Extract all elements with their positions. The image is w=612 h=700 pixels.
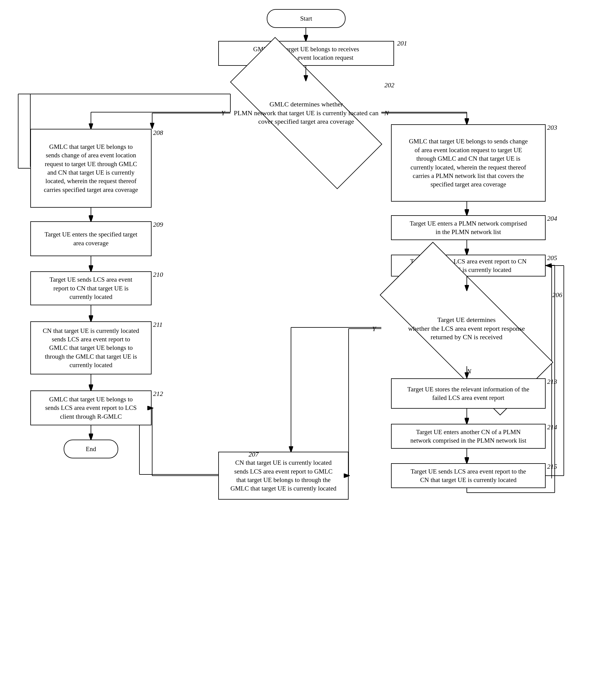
label-205: 205 xyxy=(547,254,557,262)
node-203-text: GMLC that target UE belongs to sends cha… xyxy=(405,135,531,191)
label-206: 206 xyxy=(552,291,562,299)
node-204-text: Target UE enters a PLMN network comprise… xyxy=(406,217,531,239)
node-204: Target UE enters a PLMN network comprise… xyxy=(391,215,546,240)
label-214: 214 xyxy=(547,423,557,431)
node-211-text: CN that target UE is currently locatedse… xyxy=(39,324,143,372)
label-210: 210 xyxy=(153,271,163,279)
label-213: 213 xyxy=(547,378,557,386)
node-209-text: Target UE enters the specified targetare… xyxy=(41,228,141,250)
label-201: 201 xyxy=(397,39,407,47)
flowchart-diagram: Start GMLC that target UE belongs to rec… xyxy=(0,0,612,700)
node-212-text: GMLC that target UE belongs tosends LCS … xyxy=(42,393,140,423)
node-207: CN that target UE is currently locatedse… xyxy=(218,452,349,499)
start-label: Start xyxy=(296,12,316,25)
label-211: 211 xyxy=(153,321,163,329)
node-212: GMLC that target UE belongs tosends LCS … xyxy=(30,390,152,425)
label-204: 204 xyxy=(547,215,557,222)
node-214-text: Target UE enters another CN of a PLMNnet… xyxy=(407,425,530,448)
node-215: Target UE sends LCS area event report to… xyxy=(391,463,546,488)
end-label: End xyxy=(82,442,100,456)
node-214: Target UE enters another CN of a PLMNnet… xyxy=(391,424,546,449)
node-201: GMLC that target UE belongs to receivesc… xyxy=(218,41,394,66)
node-213-text: Target UE stores the relevant informatio… xyxy=(404,383,533,405)
label-202: 202 xyxy=(384,81,394,89)
node-213: Target UE stores the relevant informatio… xyxy=(391,378,546,409)
node-215-text: Target UE sends LCS area event report to… xyxy=(407,465,530,487)
node-208: GMLC that target UE belongs tosends chan… xyxy=(30,129,152,208)
start-node: Start xyxy=(267,9,346,28)
label-207: 207 xyxy=(249,451,259,458)
end-node: End xyxy=(64,440,118,458)
label-215: 215 xyxy=(547,463,557,470)
label-209: 209 xyxy=(153,221,163,229)
label-202-n: N xyxy=(384,109,389,117)
node-206: Target UE determineswhether the LCS area… xyxy=(381,291,552,366)
node-202: GMLC determines whetherPLMN network that… xyxy=(231,81,382,145)
label-203: 203 xyxy=(547,124,557,132)
label-212: 212 xyxy=(153,390,163,398)
node-210-text: Target UE sends LCS area eventreport to … xyxy=(46,273,136,303)
node-210: Target UE sends LCS area eventreport to … xyxy=(30,271,152,305)
node-211: CN that target UE is currently locatedse… xyxy=(30,321,152,374)
node-208-text: GMLC that target UE belongs tosends chan… xyxy=(40,140,142,196)
node-209: Target UE enters the specified targetare… xyxy=(30,221,152,256)
node-207-text: CN that target UE is currently locatedse… xyxy=(227,456,340,495)
label-206-n: N xyxy=(467,368,471,375)
node-206-text: Target UE determineswhether the LCS area… xyxy=(405,313,528,345)
node-202-text: GMLC determines whetherPLMN network that… xyxy=(231,97,381,129)
label-206-y: Y xyxy=(372,325,376,333)
label-208: 208 xyxy=(153,129,163,137)
node-203: GMLC that target UE belongs to sends cha… xyxy=(391,124,546,202)
label-202-y: Y xyxy=(221,109,225,117)
